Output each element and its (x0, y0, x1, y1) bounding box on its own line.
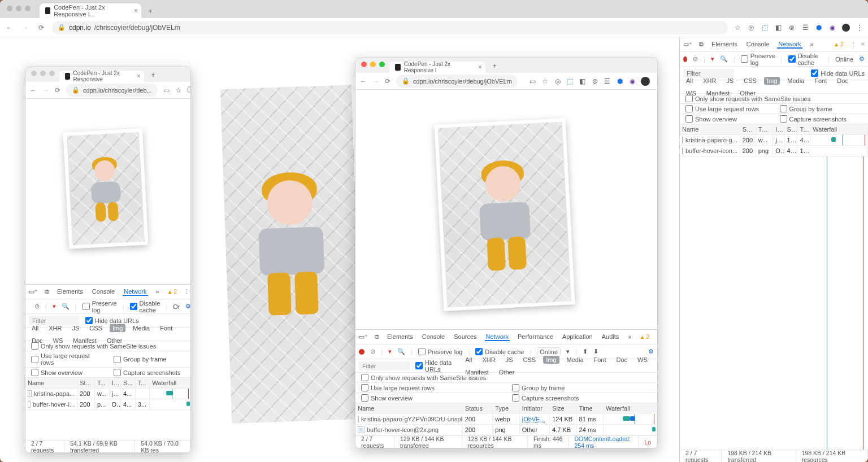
type-pill[interactable]: Font (811, 77, 830, 85)
back-button[interactable]: ← (30, 86, 37, 94)
close-icon[interactable]: × (134, 7, 138, 15)
hide-data-urls-checkbox[interactable]: Hide data URLs (811, 69, 865, 77)
show-overview-checkbox[interactable]: Show overview (361, 394, 413, 402)
filter-input[interactable] (359, 361, 410, 371)
ext-icon[interactable]: ◉ (628, 77, 636, 85)
dt-tab-elements[interactable]: Elements (386, 333, 414, 341)
preserve-log-checkbox[interactable]: Preserve log (83, 300, 117, 313)
new-tab-button[interactable]: + (144, 5, 157, 18)
new-tab-button[interactable]: + (488, 59, 501, 73)
close-icon[interactable]: × (861, 41, 865, 48)
record-button[interactable] (359, 349, 364, 355)
kebab-menu-icon[interactable]: ⋮ (654, 77, 658, 85)
capture-screenshots-checkbox[interactable]: Capture screenshots (512, 394, 579, 402)
table-header[interactable]: NameStatusTypeInitiatorSizeTimeWaterfall (355, 403, 657, 414)
dt-tab-network[interactable]: Network (485, 333, 510, 341)
throttle-select[interactable]: Online (537, 347, 561, 356)
close-icon[interactable]: × (478, 63, 482, 71)
device-icon[interactable]: ⧉ (699, 41, 704, 48)
reload-button[interactable]: ⟳ (385, 77, 390, 85)
disable-cache-checkbox[interactable]: Disable cache (475, 348, 524, 355)
ext-icon[interactable]: ◧ (579, 77, 587, 85)
browser-tab[interactable]: CodePen - Just 2x Responsive × (59, 71, 144, 82)
dt-tab-elements[interactable]: Elements (56, 288, 84, 296)
group-frame-checkbox[interactable]: Group by frame (114, 356, 166, 363)
type-pill[interactable]: XHR (46, 324, 64, 332)
type-pill[interactable]: Media (784, 77, 807, 85)
clear-button[interactable]: ⊘ (693, 55, 698, 63)
search-icon[interactable]: 🔍 (397, 348, 405, 355)
kebab-menu-icon[interactable]: ⋮ (856, 24, 863, 32)
throttle-label[interactable]: Or (173, 303, 180, 310)
hide-data-urls-checkbox[interactable]: Hide data URLs (85, 317, 139, 324)
close-icon[interactable]: × (137, 72, 141, 80)
star-icon[interactable]: ☆ (541, 77, 549, 85)
hide-data-urls-checkbox[interactable]: Hide data URLs (415, 359, 457, 373)
type-pill[interactable]: CSS (741, 77, 760, 85)
warning-badge[interactable]: ▲ 2 (167, 289, 177, 295)
filter-icon[interactable]: ▾ (53, 303, 56, 310)
dt-tab-console[interactable]: Console (91, 288, 116, 296)
dt-tab-console[interactable]: Console (745, 41, 770, 49)
inspect-icon[interactable]: ▭⁺ (29, 288, 38, 295)
large-rows-checkbox[interactable]: Use large request rows (685, 105, 759, 112)
reader-icon[interactable]: ▭ (529, 77, 537, 85)
dt-tab-performance[interactable]: Performance (517, 333, 554, 341)
table-row[interactable]: kristina-paparo-g... 200w...j...1...4... (680, 135, 868, 146)
preserve-log-checkbox[interactable]: Preserve log (741, 53, 775, 66)
ext-icon[interactable]: ⬚ (761, 24, 769, 32)
kebab-menu-icon[interactable]: ⋮ (656, 333, 658, 341)
info-icon[interactable]: ⓘ (187, 85, 191, 95)
filter-icon[interactable]: ▾ (711, 55, 714, 63)
window-traffic-lights[interactable] (361, 62, 385, 67)
table-row[interactable]: buffer-hover-i... 200p...O...4...3... (25, 399, 190, 410)
table-row[interactable]: kristina-paparo-gYZPVn09CrU-unsplash... … (355, 414, 657, 425)
capture-screenshots-checkbox[interactable]: Capture screenshots (114, 369, 181, 376)
preserve-log-checkbox[interactable]: Preserve log (418, 348, 463, 355)
type-pill[interactable]: All (29, 324, 41, 332)
dt-tab-console[interactable]: Console (421, 333, 446, 341)
ext-icon[interactable]: ⬚ (566, 77, 574, 85)
star-icon[interactable]: ☆ (734, 24, 741, 32)
address-field[interactable]: 🔒 cdpn.io/chriscoyier/debug/jObVELm (396, 75, 518, 88)
type-pill[interactable]: Doc (614, 356, 631, 364)
forward-button[interactable]: → (372, 77, 379, 85)
settings-icon[interactable]: ⚙ (185, 303, 191, 310)
disable-cache-checkbox[interactable]: Disable cache (130, 300, 160, 313)
table-row[interactable]: buffer-hover-icon... 200pngO...4...1... (680, 146, 868, 156)
dt-tab-sources[interactable]: Sources (453, 333, 478, 341)
forward-button[interactable]: → (42, 86, 49, 94)
ext-icon[interactable]: ◉ (828, 24, 836, 32)
type-pill[interactable]: Font (591, 356, 609, 364)
warning-badge[interactable]: ▲ 2 (639, 334, 649, 340)
type-pill[interactable]: JS (503, 356, 516, 364)
settings-icon[interactable]: ⚙ (648, 348, 654, 355)
type-pill[interactable]: JS (69, 324, 82, 332)
type-pill[interactable]: Doc (834, 77, 851, 85)
type-pill[interactable]: CSS (520, 356, 539, 364)
table-header[interactable]: NameSt...T...I...S...T...Waterfall (25, 378, 190, 389)
dt-tab-more[interactable]: » (155, 288, 160, 296)
ext-icon[interactable]: ☰ (801, 24, 809, 32)
type-pill[interactable]: XHR (480, 356, 498, 364)
window-traffic-lights[interactable] (7, 6, 31, 11)
ext-icon[interactable]: ◧ (774, 24, 782, 32)
type-pill[interactable]: XHR (700, 77, 719, 85)
type-pill[interactable]: All (462, 356, 475, 364)
chevron-down-icon[interactable]: ▾ (566, 348, 570, 355)
upload-icon[interactable]: ⬆ (583, 348, 588, 355)
capture-screenshots-checkbox[interactable]: Capture screenshots (780, 115, 847, 123)
device-icon[interactable]: ⧉ (45, 288, 49, 295)
dt-tab-application[interactable]: Application (561, 333, 594, 341)
star-icon[interactable]: ☆ (175, 86, 181, 94)
dt-tab-network[interactable]: Network (123, 288, 147, 296)
group-frame-checkbox[interactable]: Group by frame (780, 105, 832, 112)
ext-icon[interactable]: ◎ (747, 24, 755, 32)
search-icon[interactable]: 🔍 (62, 303, 70, 310)
samesite-checkbox[interactable]: Only show requests with SameSite issues (685, 95, 810, 102)
ext-icon[interactable]: ⬢ (815, 24, 823, 32)
dt-tab-more[interactable]: » (627, 333, 632, 341)
inspect-icon[interactable]: ▭⁺ (359, 333, 368, 341)
forward-button[interactable]: → (20, 24, 31, 32)
disable-cache-checkbox[interactable]: Disable cache (788, 53, 823, 66)
